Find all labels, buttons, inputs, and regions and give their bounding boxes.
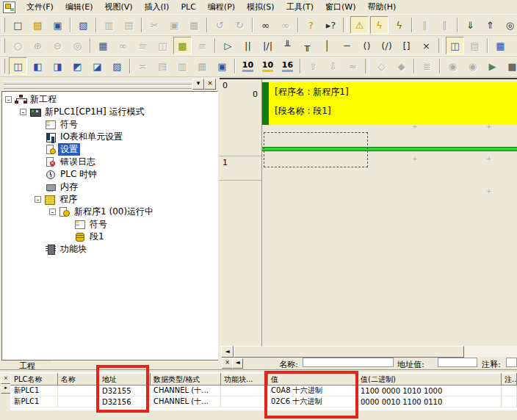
- pause-button[interactable]: ‖: [416, 16, 434, 34]
- tree-item-memory[interactable]: 内存: [2, 181, 217, 193]
- ruler-button[interactable]: ≡: [134, 37, 152, 54]
- tree-item-programs[interactable]: -程序: [2, 193, 217, 206]
- zoom-in-button[interactable]: ⊕: [29, 37, 47, 54]
- properties-button[interactable]: ▤: [466, 37, 484, 54]
- address-value-input[interactable]: [438, 358, 477, 367]
- show-comments-button[interactable]: ≡: [193, 37, 212, 54]
- io-comment-button[interactable]: ▤: [153, 57, 172, 75]
- mdi-document-icon[interactable]: [3, 1, 15, 13]
- watch-expand-button[interactable]: ▸: [1, 384, 11, 394]
- save-project-button[interactable]: ▣: [48, 16, 67, 34]
- rung-annotations-button[interactable]: ▩: [173, 37, 192, 54]
- new-coil-button[interactable]: (): [358, 37, 376, 54]
- collapse-expander-icon[interactable]: -: [5, 96, 12, 103]
- remove-line-button[interactable]: ×: [417, 37, 435, 54]
- tree-dropdown-button[interactable]: ▾: [192, 79, 204, 90]
- overview-button[interactable]: ∞: [114, 37, 132, 54]
- rung-wrap-button[interactable]: ▥: [173, 57, 192, 75]
- new-closed-or-contact-button[interactable]: ╥: [298, 37, 317, 54]
- selection-rectangle[interactable]: [264, 132, 368, 167]
- base-decimal-button[interactable]: 10: [239, 57, 257, 75]
- clear-breakpoint-button[interactable]: ◉: [463, 57, 482, 75]
- data-calendar-button[interactable]: ▦: [491, 37, 510, 54]
- col-plc-name[interactable]: PLC名称: [11, 374, 58, 385]
- menu-insert[interactable]: 插入(I): [139, 0, 176, 14]
- print-preview-button[interactable]: ▤: [120, 16, 138, 34]
- cell-value-binary[interactable]: 0000 0010 1100 0110: [358, 397, 502, 408]
- view-ladder-button[interactable]: ◫: [9, 57, 27, 75]
- cell-value-binary[interactable]: 1100 0000 1010 1000: [358, 385, 502, 397]
- ladder-horizontal-scrollbar[interactable]: ◄: [220, 346, 517, 357]
- collapse-bar-button[interactable]: ◄: [232, 358, 243, 369]
- col-name[interactable]: 名称: [58, 374, 99, 385]
- tree-item-section1[interactable]: 段1: [2, 231, 217, 243]
- cell-comment[interactable]: [502, 397, 517, 408]
- redo-button[interactable]: ↻: [231, 16, 249, 34]
- import-program-button[interactable]: ⇧: [304, 57, 322, 75]
- tree-item-plc-clock[interactable]: PLC 时钟: [2, 168, 217, 181]
- col-data-type[interactable]: 数据类型/格式: [151, 374, 221, 385]
- work-online-button[interactable]: ⚠: [350, 16, 369, 34]
- collapse-expander-icon[interactable]: -: [35, 196, 41, 203]
- tree-item-program1[interactable]: -新程序1 (00)运行中: [2, 206, 217, 218]
- cross-reference-button[interactable]: ▨: [108, 57, 126, 75]
- tree-item-symbols[interactable]: 符号: [2, 118, 217, 131]
- horizontal-line-button[interactable]: ─: [338, 37, 356, 54]
- verify-program-button[interactable]: ≈: [344, 57, 362, 75]
- find-button[interactable]: ∞: [256, 16, 275, 34]
- cell-data-type[interactable]: CHANNEL (十...: [151, 385, 221, 397]
- find-replace-button[interactable]: ∞: [276, 16, 294, 34]
- collapse-expander-icon[interactable]: -: [49, 209, 56, 215]
- view-mnemonic-button[interactable]: ◧: [29, 57, 47, 75]
- paste-button[interactable]: ▦: [185, 16, 203, 34]
- toolbar-grip[interactable]: [1, 59, 5, 73]
- sim-stop-button[interactable]: ■: [503, 57, 517, 75]
- tree-item-new-project[interactable]: -新工程: [2, 93, 217, 106]
- toolbar-grip[interactable]: [1, 38, 5, 53]
- menu-tools[interactable]: 工具(T): [281, 0, 319, 14]
- menu-view[interactable]: 视图(V): [98, 0, 138, 14]
- cell-function-block[interactable]: [221, 385, 268, 397]
- tree-item-error-log[interactable]: 错误日志: [2, 156, 217, 168]
- view-settings-button[interactable]: ◪: [88, 57, 106, 75]
- set-breakpoint-button[interactable]: ◉: [444, 57, 462, 75]
- cell-data-type[interactable]: CHANNEL (十...: [151, 397, 221, 408]
- cell-comment[interactable]: [502, 385, 517, 397]
- export-program-button[interactable]: ⇩: [324, 57, 342, 75]
- tree-item-settings[interactable]: 设置: [2, 143, 217, 156]
- col-function-block[interactable]: 功能块...: [221, 374, 268, 385]
- rung-0-margin[interactable]: 0 0: [220, 79, 261, 156]
- compile-program-button[interactable]: ▧: [74, 16, 93, 34]
- monitor-button[interactable]: ϟ: [370, 16, 388, 34]
- monitor-data-button[interactable]: ▦: [193, 57, 212, 75]
- tree-item-plc1[interactable]: -新PLC1[CP1H] 运行模式: [2, 106, 217, 118]
- zoom-fit-button[interactable]: ◎: [68, 37, 87, 54]
- data-trace-button[interactable]: ≣: [418, 57, 436, 75]
- cell-plc-name[interactable]: 新PLC1: [11, 385, 58, 397]
- new-instruction-button[interactable]: []: [397, 37, 416, 54]
- tree-close-button[interactable]: ×: [204, 79, 216, 90]
- new-document-button[interactable]: □: [9, 16, 27, 34]
- menu-edit[interactable]: 编辑(E): [59, 0, 99, 14]
- collapse-expander-icon[interactable]: -: [20, 109, 26, 115]
- print-button[interactable]: ▥: [100, 16, 118, 34]
- pause-monitor-button[interactable]: ‖: [435, 16, 454, 34]
- watch-window-toggle-button[interactable]: ▣: [213, 57, 231, 75]
- col-value-binary[interactable]: 值(二进制): [358, 374, 502, 385]
- help-button[interactable]: ?: [302, 16, 320, 34]
- sim-run-button[interactable]: ▶: [483, 57, 502, 75]
- scroll-left-arrow-icon[interactable]: ◄: [221, 346, 234, 358]
- name-input[interactable]: [303, 358, 394, 367]
- zoom-actual-button[interactable]: ○: [9, 37, 27, 54]
- watch-sheet-button[interactable]: ◆: [392, 57, 411, 75]
- new-closed-coil-button[interactable]: (/): [377, 37, 396, 54]
- vertical-line-button[interactable]: │: [318, 37, 336, 54]
- cell-name[interactable]: [58, 385, 99, 397]
- memory-window-button[interactable]: ◇: [372, 57, 391, 75]
- open-project-button[interactable]: ▤: [29, 16, 47, 34]
- menu-file[interactable]: 文件(F): [21, 0, 59, 14]
- ladder-editor[interactable]: [程序名 : 新程序1] [段名称 : 段1] + + + + +: [262, 79, 517, 346]
- cell-function-block[interactable]: [221, 397, 268, 408]
- toolbar-grip[interactable]: [1, 18, 5, 32]
- cell-plc-name[interactable]: 新PLC1: [11, 397, 58, 408]
